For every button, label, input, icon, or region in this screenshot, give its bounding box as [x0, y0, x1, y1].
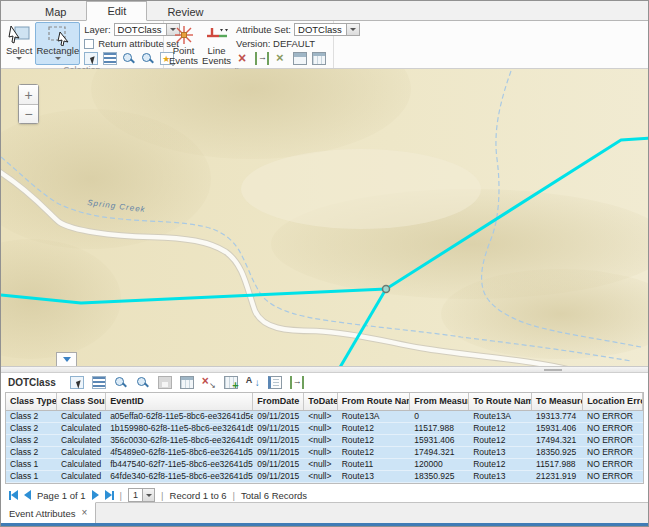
- selection-list-icon[interactable]: [92, 376, 106, 389]
- column-header[interactable]: Location Error: [583, 393, 643, 410]
- table-cell: Route12: [469, 459, 532, 470]
- event-table-icon[interactable]: [312, 52, 326, 65]
- column-header[interactable]: FromDate: [253, 393, 304, 410]
- collapse-panel-button[interactable]: [56, 352, 77, 366]
- merge-event-icon[interactable]: [274, 52, 288, 65]
- select-button[interactable]: Select: [5, 22, 33, 65]
- table-row[interactable]: Class 1Calculated64fde340-62f8-11e5-8bc6…: [6, 471, 643, 483]
- zoom-to-selection-icon[interactable]: [114, 376, 128, 389]
- table-cell: Calculated: [57, 411, 106, 422]
- point-events-button[interactable]: Point Events: [168, 22, 199, 67]
- map-zoom-control: + −: [18, 84, 39, 124]
- table-cell: Route13A: [469, 411, 532, 422]
- pan-to-selection-icon[interactable]: [136, 376, 150, 389]
- page-indicator: Page 1 of 1: [37, 490, 86, 501]
- table-cell: Calculated: [57, 471, 106, 482]
- select-features-icon[interactable]: [84, 52, 98, 65]
- layer-select-value: DOTClass: [115, 24, 166, 35]
- first-page-button[interactable]: [9, 490, 18, 500]
- column-header[interactable]: ToDate: [304, 393, 337, 410]
- table-row[interactable]: Class 2Calculateda05effa0-62f8-11e5-8bc6…: [6, 411, 643, 423]
- previous-page-button[interactable]: [24, 490, 31, 500]
- panel-splitter[interactable]: [1, 367, 648, 373]
- tab-event-attributes[interactable]: Event Attributes ×: [1, 502, 96, 523]
- attribute-set-value: DOTClass: [295, 24, 346, 35]
- chevron-down-icon[interactable]: [142, 489, 154, 501]
- table-cell: Route11: [338, 459, 411, 470]
- return-attribute-set-checkbox[interactable]: [84, 39, 94, 49]
- sort-icon[interactable]: [246, 376, 260, 389]
- table-cell: 11517.988: [410, 423, 469, 434]
- table-cell: 09/11/2015: [253, 423, 304, 434]
- event-window-icon[interactable]: [293, 52, 307, 65]
- table-cell: 4f5489e0-62f8-11e5-8bc6-ee32641d5ec9: [106, 447, 253, 458]
- add-record-icon[interactable]: [224, 376, 238, 389]
- table-cell: NO ERROR: [583, 423, 643, 434]
- rectangle-button-label: Rectangle: [36, 46, 79, 56]
- open-form-icon[interactable]: [268, 376, 282, 389]
- attribute-set-select[interactable]: DOTClass: [294, 23, 360, 36]
- line-events-icon: [205, 24, 229, 46]
- route-junction-vertex[interactable]: [383, 286, 390, 293]
- table-cell: 120000: [410, 459, 469, 470]
- page-select-value: 1: [129, 490, 142, 500]
- chevron-down-icon: [55, 57, 61, 60]
- zoom-out-button[interactable]: −: [19, 104, 38, 123]
- table-cell: 17494.321: [410, 447, 469, 458]
- table-cell: Route12: [469, 435, 532, 446]
- next-page-button[interactable]: [92, 490, 99, 500]
- table-row[interactable]: Class 1Calculatedfb447540-62f7-11e5-8bc6…: [6, 459, 643, 471]
- record-total: Total 6 Records: [241, 490, 307, 501]
- table-row[interactable]: Class 2Calculated4f5489e0-62f8-11e5-8bc6…: [6, 447, 643, 459]
- selection-list-icon[interactable]: [103, 52, 117, 65]
- pan-to-selection-icon[interactable]: [141, 52, 155, 65]
- column-header[interactable]: To Route Name: [469, 393, 532, 410]
- save-icon[interactable]: [158, 376, 172, 389]
- table-cell: 11517.988: [532, 459, 583, 470]
- bottom-accent-bar: [1, 523, 648, 526]
- zoom-to-selection-icon[interactable]: [122, 52, 136, 65]
- tab-map[interactable]: Map: [25, 3, 86, 21]
- splitter-handle-icon: [544, 369, 562, 371]
- column-header[interactable]: EventID: [106, 393, 253, 410]
- tab-edit[interactable]: Edit: [86, 1, 147, 21]
- bottom-tabbar: Event Attributes ×: [1, 502, 648, 523]
- map-canvas[interactable]: Spring Creek + −: [1, 69, 648, 367]
- table-cell: NO ERROR: [583, 411, 643, 422]
- column-header[interactable]: From Route Name: [338, 393, 411, 410]
- page-select[interactable]: 1: [128, 488, 155, 502]
- table-cell: Calculated: [57, 423, 106, 434]
- tab-event-attributes-label: Event Attributes: [9, 508, 76, 519]
- rectangle-tool-button[interactable]: Rectangle: [35, 22, 80, 65]
- column-header[interactable]: Class Type: [6, 393, 57, 410]
- zoom-in-button[interactable]: +: [19, 85, 38, 104]
- version-label: Version: DEFAULT: [236, 38, 315, 49]
- table-cell: fb447540-62f7-11e5-8bc6-ee32641d5ec9: [106, 459, 253, 470]
- last-page-button[interactable]: [105, 490, 114, 500]
- line-events-button[interactable]: Line Events: [201, 22, 232, 67]
- table-cell: Route13: [469, 447, 532, 458]
- attribute-grid: Class TypeClass SourceEventIDFromDateToD…: [5, 392, 644, 484]
- tab-review[interactable]: Review: [147, 3, 223, 21]
- chevron-down-icon[interactable]: [346, 24, 359, 35]
- table-cell: 18350.925: [532, 447, 583, 458]
- delete-record-icon[interactable]: [202, 376, 216, 389]
- split-event-icon[interactable]: [236, 52, 250, 65]
- column-header[interactable]: To Measure: [532, 393, 583, 410]
- basemap: Spring Creek: [1, 69, 648, 367]
- table-cell: 09/11/2015: [253, 459, 304, 470]
- measure-event-icon[interactable]: [255, 52, 269, 65]
- switch-table-icon[interactable]: [180, 376, 194, 389]
- measure-icon[interactable]: [290, 376, 304, 389]
- table-cell: NO ERROR: [583, 447, 643, 458]
- select-rectangle-icon[interactable]: [70, 376, 84, 389]
- table-cell: Route13: [469, 471, 532, 482]
- table-cell: <null>: [304, 435, 337, 446]
- table-row[interactable]: Class 2Calculated356c0030-62f8-11e5-8bc6…: [6, 435, 643, 447]
- table-cell: NO ERROR: [583, 435, 643, 446]
- table-row[interactable]: Class 2Calculated1b159980-62f8-11e5-8bc6…: [6, 423, 643, 435]
- table-cell: Class 1: [6, 459, 57, 470]
- close-icon[interactable]: ×: [82, 508, 88, 518]
- column-header[interactable]: From Measure: [410, 393, 469, 410]
- column-header[interactable]: Class Source: [57, 393, 106, 410]
